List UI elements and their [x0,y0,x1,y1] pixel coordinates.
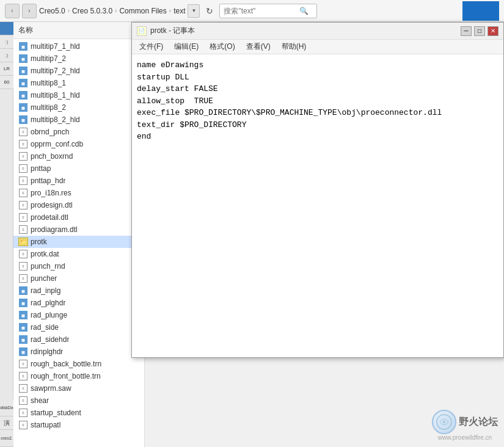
watermark-logo: 野火论坛 [432,410,498,434]
breadcrumb-version[interactable]: Creo 5.0.3.0 [72,7,112,15]
list-item[interactable]: ▦multitip7_2_hld [13,65,144,77]
back-button[interactable]: ‹ [5,4,20,18]
list-item[interactable]: 📁protk [13,236,144,248]
list-item[interactable]: ▦multitip7_1_hld [13,40,144,53]
list-item[interactable]: ≡startup_student [13,407,144,419]
list-item[interactable]: ≡protk.dat [13,248,144,260]
list-item[interactable]: ≡pnttap_hdr [13,175,144,187]
search-input[interactable] [224,7,297,15]
breadcrumb-current[interactable]: text [173,7,185,15]
address-dropdown[interactable]: ▼ [188,4,200,18]
edge-btn-3[interactable]: :) [0,49,13,62]
file-icon: ≡ [18,176,28,186]
list-item[interactable]: ≡prodetail.dtl [13,211,144,223]
file-name: rad_plghdr [31,299,65,307]
refresh-button[interactable]: ↻ [202,4,217,18]
list-item[interactable]: ▦rad_inplg [13,285,144,297]
edge-btn-60[interactable]: 60 [0,76,13,89]
list-item[interactable]: ≡pro_i18n.res [13,187,144,199]
breadcrumb-common[interactable]: Common Files [119,7,166,15]
forward-button[interactable]: › [22,4,37,18]
file-name: prodiagram.dtl [31,225,78,234]
list-item[interactable]: ▦multitip8_1_hld [13,89,144,101]
left-edge-buttons: :) :) LR 60 diskDo 演 creo2. [0,22,13,447]
breadcrumb-sep2: › [115,7,117,14]
menu-format[interactable]: 格式(O) [205,40,239,53]
watermark-sub-text: www.proewildfire.cn [438,434,492,441]
list-item[interactable]: ▦rad_plghdr [13,297,144,309]
file-icon: ▦ [18,322,28,332]
list-item[interactable]: ≡sawprm.saw [13,382,144,394]
breadcrumb-nav: Creo5.0 › Creo 5.0.3.0 › Common Files › … [39,4,460,18]
file-icon: ▦ [18,310,28,320]
edge-btn-lr[interactable]: LR [0,62,13,76]
breadcrumb-creo[interactable]: Creo5.0 [39,7,65,15]
edge-btn-1[interactable] [0,22,13,35]
file-name: multitip8_1_hld [31,91,80,100]
file-icon: 📁 [18,237,28,247]
file-name: protk [31,238,47,246]
sidebar-header: 名称 ▲ [13,22,144,39]
file-icon: ≡ [18,151,28,161]
menu-view[interactable]: 查看(V) [241,40,276,53]
notepad-icon: 📄 [137,26,147,36]
file-icon: ≡ [18,213,28,222]
file-name: rough_front_bottle.trn [31,372,101,380]
list-item[interactable]: ▦rad_plunge [13,309,144,321]
list-item[interactable]: ≡shear [13,394,144,407]
list-item[interactable]: ≡obrnd_pnch [13,126,144,138]
list-item[interactable]: ≡prodesign.dtl [13,199,144,211]
list-item[interactable]: ▦multitip8_1 [13,77,144,89]
list-item[interactable]: ≡rough_back_bottle.trn [13,358,144,370]
watermark-main-text: 野火论坛 [459,416,498,429]
notepad-maximize[interactable]: □ [474,26,485,36]
list-item[interactable]: ▦multitip7_2 [13,53,144,65]
notepad-close[interactable]: ✕ [488,26,499,36]
edge-btn-yan[interactable]: 演 [0,416,13,430]
file-icon: ▦ [18,335,28,344]
edge-btn-creo[interactable]: creo2. [0,430,13,447]
list-item[interactable]: ≡puncher [13,272,144,285]
menu-help[interactable]: 帮助(H) [277,40,312,53]
list-item[interactable]: ≡opprm_conf.cdb [13,138,144,150]
list-item[interactable]: ▦rad_side [13,321,144,333]
list-item[interactable]: ≡pnch_boxrnd [13,150,144,162]
watermark: 野火论坛 www.proewildfire.cn [432,410,498,441]
list-item[interactable]: ▦rdinplghdr [13,346,144,358]
file-icon: ≡ [18,225,28,234]
list-item[interactable]: ≡punch_rnd [13,260,144,272]
sidebar-header-label: 名称 [18,25,33,35]
list-item[interactable]: ≡startupatl [13,419,144,431]
top-right-button[interactable] [462,1,499,21]
file-icon: ▦ [18,298,28,308]
file-icon: ▦ [18,103,28,112]
svg-point-1 [443,421,445,423]
file-name: rdinplghdr [31,347,63,356]
list-item[interactable]: ▦multitip8_2 [13,101,144,114]
edge-btn-2[interactable]: :) [0,35,13,49]
file-icon: ≡ [18,383,28,393]
sidebar-list: ▦multitip7_1_hld▦multitip7_2▦multitip7_2… [13,39,144,447]
list-item[interactable]: ≡prodiagram.dtl [13,223,144,236]
notepad-menubar: 文件(F) 编辑(E) 格式(O) 查看(V) 帮助(H) [132,40,503,54]
notepad-content[interactable] [132,54,503,357]
file-name: rad_plunge [31,311,67,319]
menu-edit[interactable]: 编辑(E) [169,40,203,53]
list-item[interactable]: ≡pnttap [13,162,144,175]
file-name: prodetail.dtl [31,213,68,222]
file-name: puncher [31,274,57,283]
file-name: multitip7_2_hld [31,67,80,75]
menu-file[interactable]: 文件(F) [134,40,168,53]
file-icon: ≡ [18,371,28,381]
breadcrumb-sep3: › [169,7,171,14]
notepad-minimize[interactable]: ─ [461,26,472,36]
file-icon: ≡ [18,188,28,198]
file-icon: ▦ [18,66,28,76]
list-item[interactable]: ▦rad_sidehdr [13,333,144,346]
edge-btn-disk[interactable]: diskDo [0,399,13,416]
notepad-titlebar: 📄 protk - 记事本 ─ □ ✕ [132,23,503,40]
file-name: pnttap [31,164,51,173]
list-item[interactable]: ▦multitip8_2_hld [13,114,144,126]
list-item[interactable]: ≡rough_front_bottle.trn [13,370,144,382]
file-icon: ▦ [18,286,28,296]
